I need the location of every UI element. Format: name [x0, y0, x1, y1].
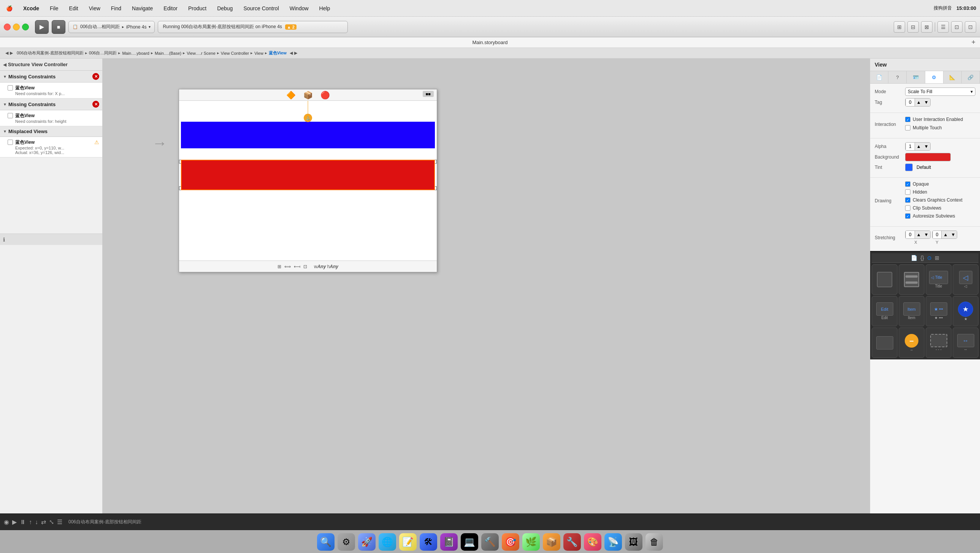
maximize-button[interactable] — [22, 24, 29, 30]
dock-system-prefs[interactable]: ⚙ — [337, 533, 355, 551]
dock-trash[interactable]: 🗑 — [646, 533, 663, 551]
minimize-button[interactable] — [13, 24, 20, 30]
menubar-view[interactable]: View — [87, 5, 103, 12]
clears-graphics-checkbox[interactable]: ✓ — [905, 198, 910, 203]
dock-app-2[interactable]: 🌿 — [522, 533, 540, 551]
breadcrumb-nav-right[interactable]: ▶ — [294, 51, 297, 56]
missing-constraint-item-1[interactable]: 蓝色View Need constraints for: X p... — [0, 83, 102, 99]
tab-file[interactable]: 📄 — [870, 71, 888, 83]
nav-back[interactable]: ◀ — [5, 51, 8, 56]
debug-toggle[interactable]: ⊡ — [951, 21, 963, 33]
dock-launchpad[interactable]: 🚀 — [358, 533, 375, 551]
lib-tab-active[interactable]: ⊙ — [927, 255, 932, 261]
scene-icon-2[interactable]: 📦 — [303, 91, 313, 100]
breadcrumb-item-4[interactable]: View….r Scene — [187, 51, 216, 56]
tint-color-swatch[interactable] — [905, 164, 913, 171]
menubar-editor[interactable]: Editor — [161, 5, 180, 12]
scene-icon-1[interactable]: 🔶 — [286, 91, 296, 100]
alpha-stepper[interactable]: 1 ▲ ▼ — [905, 142, 931, 151]
background-color-swatch[interactable] — [905, 153, 951, 161]
comp-blank-item[interactable] — [872, 327, 897, 358]
checkbox-1[interactable] — [8, 85, 13, 91]
canvas-lock-icon[interactable]: ⊡ — [303, 264, 307, 269]
stop-button[interactable]: ■ — [52, 20, 65, 34]
dock-safari[interactable]: 🌐 — [379, 533, 396, 551]
comp-grouped-item[interactable] — [899, 265, 924, 295]
mode-dropdown[interactable]: Scale To Fill ▾ — [905, 88, 975, 96]
editor-assistant-button[interactable]: ⊟ — [907, 21, 919, 33]
menubar-product[interactable]: Product — [186, 5, 209, 12]
misplaced-item-1[interactable]: 蓝色View Expected: x=0, y=110, w... Actual… — [0, 137, 102, 158]
menubar-xcode[interactable]: Xcode — [21, 5, 41, 12]
structure-header[interactable]: ◀ Structure View Controller — [0, 59, 102, 71]
dock-terminal[interactable]: 💻 — [461, 533, 478, 551]
breadcrumb-item-6[interactable]: View — [254, 51, 263, 56]
tab-size[interactable]: 📐 — [943, 71, 962, 83]
status-left-icon[interactable]: ◉ — [4, 518, 9, 526]
alpha-increment[interactable]: ▲ — [915, 143, 923, 150]
opaque-checkbox[interactable]: ✓ — [905, 182, 910, 187]
warning-badge[interactable]: ▲ 2 — [285, 24, 296, 30]
breadcrumb-item-0[interactable]: 006自动布局案例-底部按钮相同间距 — [17, 50, 84, 56]
stretching-y-value[interactable]: 0 — [932, 231, 942, 239]
dock-finder[interactable]: 🔍 — [317, 533, 334, 551]
comp-edit-item[interactable]: Edit Edit — [872, 296, 897, 326]
editor-standard-button[interactable]: ⊞ — [894, 21, 905, 33]
dock-xcode[interactable]: 🛠 — [420, 533, 437, 551]
checkbox-2[interactable] — [8, 113, 13, 118]
canvas-view-icon[interactable]: ⊞ — [277, 264, 281, 269]
scheme-selector[interactable]: 📋 006自动…相同间距 ▸ iPhone 4s ▾ — [68, 21, 155, 33]
dock-notes[interactable]: 📝 — [399, 533, 417, 551]
missing-constraints-1-header[interactable]: ▼ Missing Constraints ✕ — [0, 71, 102, 83]
dock-hammer[interactable]: 🔨 — [481, 533, 499, 551]
misplaced-views-header[interactable]: ▼ Misplaced Views — [0, 126, 102, 137]
comp-dotted-item[interactable]: - - - — [926, 327, 951, 358]
storyboard-scene[interactable]: 🔶 📦 🔴 ■■ ⚓ — [179, 89, 437, 273]
autoresize-checkbox[interactable]: ✓ — [905, 214, 910, 219]
scene-icon-3[interactable]: 🔴 — [320, 91, 330, 100]
tab-attributes[interactable]: ⚙ — [925, 71, 943, 83]
comp-back-item[interactable]: ◁ ◁ — [953, 265, 978, 295]
canvas-height-icon[interactable]: ⟻ — [294, 264, 300, 269]
menubar-debug[interactable]: Debug — [215, 5, 235, 12]
tab-identity[interactable]: 🪪 — [907, 71, 925, 83]
breadcrumb-item-3[interactable]: Main….(Base) — [155, 51, 181, 56]
close-button[interactable] — [4, 24, 11, 30]
red-view[interactable] — [181, 160, 435, 190]
sidebar-back-icon[interactable]: ◀ — [3, 62, 6, 67]
status-pause[interactable]: ⏸ — [20, 519, 26, 526]
hidden-checkbox[interactable] — [905, 190, 910, 195]
menubar-help[interactable]: Help — [317, 5, 332, 12]
stretching-y-decrement[interactable]: ▼ — [949, 231, 957, 239]
menubar-navigate[interactable]: Navigate — [130, 5, 155, 12]
tag-decrement[interactable]: ▼ — [923, 99, 930, 106]
comp-item-item[interactable]: Item Item — [899, 296, 924, 326]
comp-star-blue-item[interactable]: ★ ★ — [953, 296, 978, 326]
navigator-toggle[interactable]: ☰ — [937, 21, 949, 33]
dock-app-5[interactable]: 🎨 — [584, 533, 601, 551]
status-split[interactable]: ⇄ — [41, 518, 46, 526]
checkbox-3[interactable] — [8, 140, 13, 145]
menubar-edit[interactable]: Edit — [67, 5, 81, 12]
storyboard-canvas[interactable]: → 🔶 📦 🔴 ■■ ⚓ — [103, 59, 870, 513]
run-button[interactable]: ▶ — [35, 20, 49, 34]
tag-stepper[interactable]: 0 ▲ ▼ — [905, 98, 931, 107]
comp-minus-item[interactable]: – – — [899, 327, 924, 358]
multiple-touch-checkbox[interactable] — [905, 125, 910, 131]
add-icon[interactable]: + — [971, 38, 975, 46]
menubar-file[interactable]: File — [48, 5, 61, 12]
lib-tab-2[interactable]: {} — [920, 255, 924, 261]
comp-starred-item[interactable]: ★ ••• ★ ••• — [926, 296, 951, 326]
dock-app-4[interactable]: 🔧 — [563, 533, 581, 551]
alpha-value[interactable]: 1 — [905, 143, 915, 150]
nav-forward[interactable]: ▶ — [10, 51, 13, 56]
stretching-x-value[interactable]: 0 — [905, 231, 915, 239]
lib-tab-1[interactable]: 📄 — [911, 255, 917, 261]
tab-connections[interactable]: 🔗 — [962, 71, 980, 83]
breadcrumb-item-1[interactable]: 006自…同间距 — [89, 50, 117, 56]
user-interaction-checkbox[interactable]: ✓ — [905, 117, 910, 122]
dock-app-1[interactable]: 🎯 — [502, 533, 519, 551]
canvas-width-icon[interactable]: ⟺ — [284, 264, 291, 269]
stretching-x-stepper[interactable]: 0 ▲ ▼ — [905, 231, 931, 239]
breadcrumb-item-7[interactable]: 蓝色View — [269, 50, 286, 56]
